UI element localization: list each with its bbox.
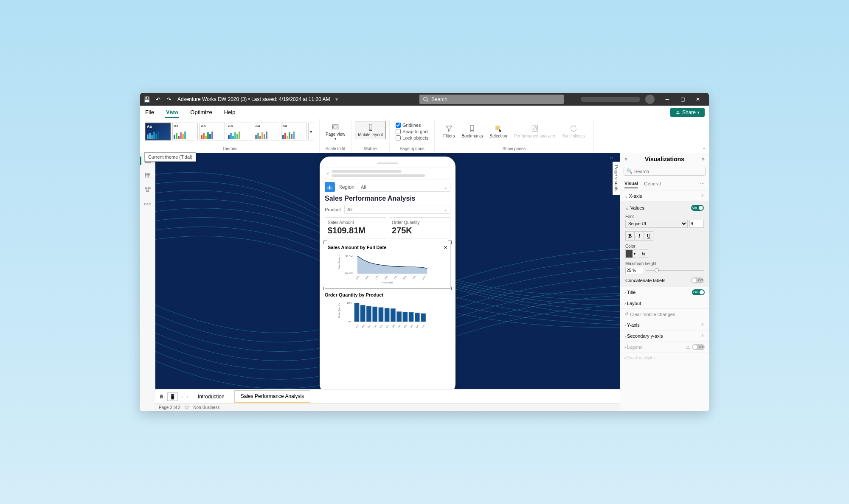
max-height-slider[interactable]	[646, 270, 704, 271]
more-options-icon[interactable]: ⋯	[700, 181, 705, 187]
mobile-view-icon[interactable]: 📱	[167, 392, 178, 401]
pane-search[interactable]: 🔍	[624, 167, 706, 176]
remove-visual-icon[interactable]: ✕	[444, 245, 447, 250]
file-title: Adventure Works DW 2020 (3) • Last saved…	[177, 96, 330, 102]
table-view-icon[interactable]	[143, 171, 152, 179]
menu-help[interactable]: Help	[223, 107, 236, 118]
pane-collapse-icon[interactable]: «	[624, 156, 627, 162]
theme-tooltip: Current theme (Tidal)	[144, 152, 196, 162]
back-icon[interactable]: ‹	[327, 170, 329, 177]
font-family-select[interactable]: Segoe UI	[625, 220, 688, 228]
avatar[interactable]	[645, 95, 655, 104]
max-height-input[interactable]	[625, 267, 643, 274]
theme-thumb-3[interactable]: Aa	[200, 123, 225, 140]
themes-dropdown[interactable]: ▾	[308, 123, 314, 140]
statusbar: Page 2 of 2 🛡 Non-Business	[155, 403, 620, 411]
minimize-icon[interactable]: ─	[660, 93, 675, 106]
share-button[interactable]: Share ▾	[670, 108, 705, 117]
classification-icon: 🛡	[185, 405, 189, 410]
pane-expand-icon[interactable]: »	[702, 156, 705, 162]
concat-toggle[interactable]	[691, 277, 704, 283]
svg-rect-17	[146, 190, 149, 191]
color-picker[interactable]: ▾	[625, 249, 637, 258]
sales-by-date-chart[interactable]: Sales Amount by Full Date✕ Sales Amount …	[325, 242, 450, 289]
svg-rect-41	[385, 308, 390, 322]
page-visuals-tab[interactable]: Page visuals	[613, 162, 620, 195]
warning-icon: ⚠	[700, 193, 705, 199]
bookmarks-button[interactable]: Bookmarks	[459, 123, 485, 140]
tab-general[interactable]: General	[644, 179, 661, 188]
selection-button[interactable]: Selection	[487, 123, 509, 140]
search-input[interactable]: Search	[419, 95, 564, 104]
next-page-icon[interactable]: ›	[186, 394, 188, 400]
redo-icon[interactable]: ↷	[166, 96, 172, 103]
show-panes-label: Show panes	[502, 146, 526, 151]
save-icon[interactable]: 💾	[143, 96, 150, 103]
sync-button[interactable]: Sync slicers	[559, 123, 587, 140]
ribbon-collapse-icon[interactable]: ⌃	[702, 147, 706, 152]
gridlines-checkbox[interactable]: Gridlines	[396, 123, 428, 128]
svg-text:202..: 202..	[356, 274, 360, 280]
theme-thumb-2[interactable]: Aa	[172, 123, 198, 140]
collapse-panes-icon[interactable]: «	[610, 155, 613, 161]
legend-section[interactable]: › Legend ⚠	[620, 342, 709, 353]
theme-thumb-5[interactable]: Aa	[254, 123, 279, 140]
font-size-input[interactable]	[689, 220, 704, 228]
bold-button[interactable]: B	[625, 231, 635, 241]
title-dropdown-icon[interactable]: ▾	[335, 96, 338, 102]
title-section[interactable]: › Title	[620, 287, 709, 298]
report-canvas[interactable]: ‹ Region All⌄ Sales Performance Analysis…	[155, 153, 620, 389]
order-by-product-chart[interactable]: Order Quantity by Product Order Quantity…	[325, 292, 450, 335]
svg-text:201..: 201..	[365, 274, 370, 280]
xaxis-section[interactable]: ⌄ X-axis ⚠	[620, 190, 709, 202]
performance-button[interactable]: Performance analyzer	[512, 123, 558, 140]
small-multiples-section[interactable]: › Small multiples	[620, 353, 709, 363]
underline-button[interactable]: U	[644, 231, 653, 241]
italic-button[interactable]: I	[635, 231, 644, 241]
svg-line-18	[146, 188, 147, 190]
mobile-layout-button[interactable]: Mobile layout	[355, 121, 386, 139]
tab-sales-performance[interactable]: Sales Performance Analysis	[234, 390, 310, 403]
maximize-icon[interactable]: ▢	[675, 93, 690, 106]
lock-checkbox[interactable]: Lock objects	[396, 135, 428, 140]
svg-text:$0.0M: $0.0M	[345, 271, 352, 274]
desktop-view-icon[interactable]: 🖥	[159, 394, 164, 400]
svg-text:Full Date: Full Date	[382, 281, 393, 284]
theme-thumb-1[interactable]: Aa	[145, 123, 171, 140]
svg-text:Wat..: Wat..	[361, 324, 365, 329]
visualizations-pane: « Visualizations » 🔍 Visual General ⋯ ⌄ …	[620, 153, 709, 411]
menu-file[interactable]: File	[144, 107, 155, 118]
legend-toggle[interactable]	[692, 344, 705, 350]
sales-amount-card[interactable]: Sales Amount $109.81M	[325, 217, 386, 238]
model-view-icon[interactable]	[143, 185, 152, 194]
dax-view-icon[interactable]: DAX	[143, 200, 152, 208]
undo-icon[interactable]: ↶	[155, 96, 161, 103]
product-dropdown[interactable]: All⌄	[344, 205, 450, 214]
filters-button[interactable]: Filters	[441, 123, 457, 140]
svg-rect-15	[145, 187, 147, 188]
menu-optimize[interactable]: Optimize	[189, 107, 213, 118]
close-icon[interactable]: ✕	[690, 93, 706, 106]
svg-text:AW..: AW..	[355, 324, 359, 329]
page-view-button[interactable]: Page view▾	[323, 121, 348, 143]
svg-text:201..: 201..	[393, 274, 398, 280]
menu-view[interactable]: View	[165, 106, 179, 118]
title-toggle[interactable]	[692, 289, 705, 295]
prev-page-icon[interactable]: ‹	[181, 394, 183, 400]
tab-introduction[interactable]: Introduction	[191, 391, 231, 403]
fx-button[interactable]: fx	[639, 249, 648, 258]
svg-line-19	[148, 188, 149, 190]
values-toggle[interactable]	[691, 205, 704, 211]
chart-icon[interactable]	[325, 182, 335, 192]
secondary-yaxis-section[interactable]: › Secondary y-axis ⚠	[620, 330, 709, 342]
snap-checkbox[interactable]: Snap to grid	[396, 129, 428, 134]
svg-text:201..: 201..	[412, 274, 417, 280]
region-dropdown[interactable]: All⌄	[358, 183, 450, 192]
order-quantity-card[interactable]: Order Quantity 275K	[389, 217, 450, 238]
theme-thumb-6[interactable]: Aa	[281, 123, 306, 140]
tab-visual[interactable]: Visual	[624, 179, 638, 188]
theme-thumb-4[interactable]: Aa	[227, 123, 252, 140]
yaxis-section[interactable]: › Y-axis ⚠	[620, 319, 709, 330]
side-toolbar: DAX	[140, 153, 155, 411]
layout-section[interactable]: › Layout	[620, 298, 709, 309]
